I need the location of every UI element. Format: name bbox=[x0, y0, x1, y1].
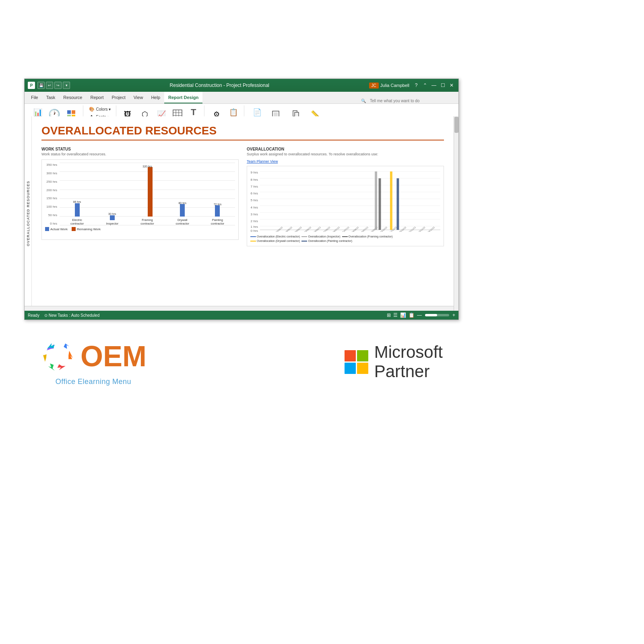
svg-rect-1 bbox=[72, 110, 75, 114]
bar-inspector-spike bbox=[375, 171, 377, 230]
help-button[interactable]: ? bbox=[413, 82, 420, 89]
bar-label-drywall: Drywallcontractor bbox=[176, 218, 189, 225]
status-icon-4[interactable]: 📋 bbox=[409, 312, 415, 318]
svg-text:19/06/22: 19/06/22 bbox=[313, 226, 321, 232]
title-bar-right: JC Julia Campbell ? ⌃ — ☐ ✕ bbox=[369, 82, 455, 89]
svg-text:27/06/22: 27/06/22 bbox=[322, 226, 331, 232]
status-icon-1[interactable]: ⊞ bbox=[387, 312, 391, 318]
svg-text:10/11/22: 10/11/22 bbox=[417, 226, 426, 232]
colors-icon: 🎨 bbox=[89, 106, 95, 112]
close-button[interactable]: ✕ bbox=[448, 82, 455, 89]
colors-button[interactable]: 🎨 Colors ▾ bbox=[87, 105, 113, 113]
legend-painting-overalloc: Overallocation (Painting contractor) bbox=[301, 239, 352, 242]
oem-arrows-logo bbox=[40, 338, 76, 374]
tab-resource[interactable]: Resource bbox=[59, 92, 86, 103]
zoom-plus[interactable]: + bbox=[452, 312, 455, 318]
bar-actual-electric bbox=[75, 203, 80, 217]
zoom-slider-fill bbox=[425, 314, 437, 316]
ms-word-partner: Partner bbox=[374, 362, 443, 381]
svg-text:5 hrs: 5 hrs bbox=[251, 199, 258, 202]
redo-button[interactable]: ↪ bbox=[54, 82, 62, 89]
oem-text-group: OEM bbox=[80, 342, 147, 371]
bar-actual-painting bbox=[215, 205, 220, 217]
ms-partner-text: Microsoft Partner bbox=[374, 343, 443, 381]
svg-text:04/07/22: 04/07/22 bbox=[332, 226, 341, 232]
search-input[interactable] bbox=[367, 98, 424, 103]
zoom-slider[interactable] bbox=[425, 314, 449, 316]
overallocation-desc: Surplus work assigned to overallocated r… bbox=[247, 152, 444, 156]
legend-drywall-overalloc: Overallocation (Drywall contractor) bbox=[250, 239, 300, 242]
bar-remaining-framing bbox=[148, 167, 153, 217]
work-status-desc: Work status for overallocated resources. bbox=[41, 152, 239, 156]
bottom-section: OEM Office Elearning Menu Microsoft Part… bbox=[24, 330, 459, 394]
tab-view[interactable]: View bbox=[130, 92, 147, 103]
bar-value-painting: 72 hrs bbox=[214, 203, 221, 206]
tab-task[interactable]: Task bbox=[42, 92, 60, 103]
bar-label-electric: Electriccontractor bbox=[70, 218, 84, 225]
colors-label: Colors ▾ bbox=[96, 107, 111, 111]
svg-text:20/06/22: 20/06/22 bbox=[294, 226, 302, 232]
tab-project[interactable]: Project bbox=[107, 92, 129, 103]
svg-rect-10 bbox=[274, 112, 278, 116]
bar-group-inspector: 30 hrs Inspector bbox=[95, 163, 130, 225]
bar-group-painting: 72 hrs Paintingcontractor bbox=[200, 163, 235, 225]
qat-menu[interactable]: ▾ bbox=[63, 82, 70, 89]
work-status-chart: 350 hrs 300 hrs 250 hrs 200 hrs 150 hrs … bbox=[41, 159, 239, 240]
tab-help[interactable]: Help bbox=[147, 92, 164, 103]
tab-report-design[interactable]: Report Design bbox=[164, 92, 202, 103]
overallocation-title: OVERALLOCATION bbox=[247, 147, 444, 151]
work-status-title: WORK STATUS bbox=[41, 147, 239, 151]
save-button[interactable]: 💾 bbox=[37, 82, 45, 89]
tab-report[interactable]: Report bbox=[86, 92, 107, 103]
overallocation-chart: 9 hrs 8 hrs 7 hrs 6 hrs 5 hrs 4 hrs 3 hr… bbox=[247, 166, 444, 246]
ms-square-blue bbox=[345, 363, 356, 374]
status-ready: Ready bbox=[28, 313, 39, 318]
maximize-button[interactable]: ☐ bbox=[439, 82, 446, 89]
status-icon-2[interactable]: ☰ bbox=[393, 312, 398, 318]
scrollbar-thumb-v[interactable] bbox=[454, 117, 458, 133]
ms-logo-row: Microsoft Partner bbox=[345, 343, 443, 381]
undo-button[interactable]: ↩ bbox=[46, 82, 53, 89]
zoom-minus[interactable]: — bbox=[417, 312, 422, 318]
svg-text:8 hrs: 8 hrs bbox=[251, 178, 258, 182]
svg-text:21/07/22: 21/07/22 bbox=[341, 226, 350, 232]
ribbon-search[interactable]: 🔍 bbox=[361, 98, 424, 103]
report-area[interactable]: OVERALLOCATED RESOURCES WORK STATUS Work… bbox=[32, 116, 454, 311]
status-icon-3[interactable]: 📊 bbox=[400, 312, 406, 318]
user-badge: JC bbox=[369, 83, 379, 89]
bar-drywall-spike bbox=[390, 171, 392, 230]
bar-value-electric: 86 hrs bbox=[73, 200, 81, 203]
ribbon-tabs: File Task Resource Report Project View H… bbox=[25, 92, 458, 104]
microsoft-partner: Microsoft Partner bbox=[345, 343, 443, 381]
bar-group-drywall: 80 hrs Drywallcontractor bbox=[165, 163, 200, 225]
ribbon-toggle[interactable]: ⌃ bbox=[421, 82, 429, 89]
y-axis-labels: 350 hrs 300 hrs 250 hrs 200 hrs 150 hrs … bbox=[45, 163, 59, 225]
scrollbar-horizontal[interactable] bbox=[25, 306, 454, 311]
status-right: ⊞ ☰ 📊 📋 — + bbox=[387, 312, 455, 318]
minimize-button[interactable]: — bbox=[430, 82, 438, 89]
ms-square-red bbox=[345, 350, 356, 361]
svg-text:02/09/22: 02/09/22 bbox=[275, 226, 283, 232]
svg-text:2 hrs: 2 hrs bbox=[251, 220, 258, 223]
legend-inspector-overalloc: Overallocation (Inspector) bbox=[301, 235, 340, 238]
tab-file[interactable]: File bbox=[27, 92, 42, 103]
bar-framing-spike bbox=[379, 178, 381, 230]
bar-group-electric: 86 hrs Electriccontractor bbox=[60, 163, 95, 225]
bar-chart-inner: 350 hrs 300 hrs 250 hrs 200 hrs 150 hrs … bbox=[45, 163, 235, 225]
search-icon: 🔍 bbox=[361, 99, 366, 103]
bar-value-drywall: 80 hrs bbox=[178, 202, 186, 204]
bar-actual-inspector bbox=[110, 215, 115, 220]
scrollbar-vertical[interactable] bbox=[454, 116, 458, 311]
legend-color-actual bbox=[45, 227, 49, 231]
team-planner-link[interactable]: Team Planner View bbox=[247, 159, 444, 163]
legend-actual: Actual Work bbox=[45, 227, 68, 231]
title-bar: P 💾 ↩ ↪ ▾ Residential Construction - Pro… bbox=[25, 79, 458, 92]
oem-logo-top: OEM bbox=[40, 338, 147, 374]
bar-value-inspector: 30 hrs bbox=[108, 213, 116, 215]
bar-painting-spike bbox=[396, 178, 399, 230]
main-content: OVERALLOCATED RESOURCES OVERALLOCATED RE… bbox=[25, 116, 454, 311]
svg-rect-0 bbox=[67, 110, 71, 114]
bar-value-framing: 320 hrs bbox=[142, 165, 152, 168]
svg-text:02/11/22: 02/11/22 bbox=[408, 226, 416, 232]
svg-text:3 hrs: 3 hrs bbox=[251, 213, 258, 216]
